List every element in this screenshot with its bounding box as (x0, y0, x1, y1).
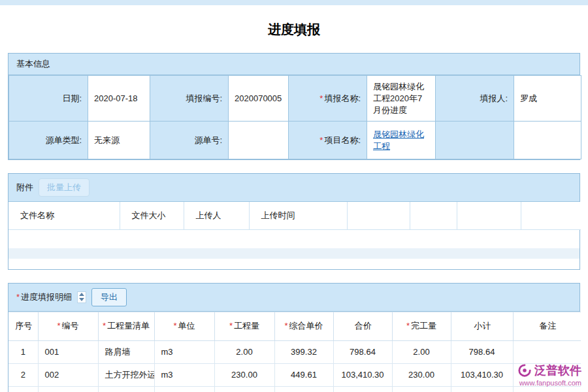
basic-info-row: 日期: 2020-07-18 填报编号: 2020070005 *填报名称: 晟… (9, 76, 581, 122)
table-cell: 103,410.30 (333, 363, 392, 386)
table-cell: 12.00 (392, 386, 451, 392)
attachments-empty-area (8, 230, 580, 269)
source-no-value (229, 122, 289, 159)
basic-info-header: 基本信息 (8, 54, 580, 75)
details-header: *进度填报明细 导出 (8, 284, 580, 312)
column-header: 上传时间 (249, 202, 347, 229)
table-cell: 2 (8, 363, 38, 386)
attachments-section: 附件 批量上传 文件名称 文件大小 上传人 上传时间 (8, 173, 580, 270)
export-button[interactable]: 导出 (91, 288, 127, 306)
column-header (521, 202, 581, 229)
basic-info-section: 基本信息 日期: 2020-07-18 填报编号: 2020070005 *填报… (8, 53, 580, 160)
table-cell: 土方开挖外运 (98, 363, 154, 386)
table-cell: 798.64 (451, 340, 513, 363)
empty-label (436, 122, 514, 159)
column-header: *综合单价 (274, 312, 333, 340)
column-header: 序号 (8, 312, 38, 340)
table-cell (513, 340, 581, 363)
table-cell: 399.32 (274, 340, 333, 363)
column-header: *单位 (154, 312, 214, 340)
page-title: 进度填报 (0, 5, 588, 53)
table-cell: m3 (154, 386, 214, 392)
table-cell: 449.61 (274, 363, 333, 386)
source-type-label: 源单类型: (9, 122, 88, 159)
column-header: 合价 (333, 312, 392, 340)
basic-info-table: 日期: 2020-07-18 填报编号: 2020070005 *填报名称: 晟… (8, 75, 581, 159)
table-cell: 2.00 (214, 340, 274, 363)
attachments-table: 文件名称 文件大小 上传人 上传时间 (8, 202, 581, 230)
reporter-value: 罗成 (514, 76, 581, 122)
table-cell: 3 (8, 386, 38, 392)
table-cell: 15,600.00 (451, 386, 513, 392)
column-header: *工程量 (214, 312, 274, 340)
table-cell (513, 386, 581, 392)
empty-row-stripe (8, 248, 580, 259)
table-cell: 003 (38, 386, 98, 392)
column-header: 上传人 (184, 202, 249, 229)
empty-row (8, 230, 580, 248)
table-cell: 230.00 (214, 363, 274, 386)
report-no-value: 2020070005 (229, 76, 289, 122)
details-section: *进度填报明细 导出 序号 *编号 *工程量清单 *单位 *工程量 *综合单价 … (8, 283, 580, 392)
empty-row (8, 259, 580, 269)
attachments-header-row: 文件名称 文件大小 上传人 上传时间 (8, 202, 581, 229)
attachments-header: 附件 批量上传 (8, 174, 580, 202)
batch-upload-button[interactable]: 批量上传 (39, 178, 90, 197)
table-cell: 15,600.00 (333, 386, 392, 392)
table-cell: 1 (8, 340, 38, 363)
basic-info-row: 源单类型: 无来源 源单号: *项目名称: 晟铭园林绿化工程 (9, 122, 581, 159)
column-header (457, 202, 521, 229)
details-table: 序号 *编号 *工程量清单 *单位 *工程量 *综合单价 合价 *完工量 小计 … (8, 312, 581, 392)
column-header: 小计 (451, 312, 513, 340)
project-name-label: *项目名称: (289, 122, 367, 159)
details-header-row: 序号 *编号 *工程量清单 *单位 *工程量 *综合单价 合价 *完工量 小计 … (8, 312, 581, 340)
empty-value (514, 122, 581, 159)
table-cell: 2.00 (392, 340, 451, 363)
table-row[interactable]: 1 001 路肩墙 m3 2.00 399.32 798.64 2.00 798… (8, 340, 581, 363)
column-header: 文件名称 (8, 202, 120, 229)
table-cell: 路肩墙 (98, 340, 154, 363)
attachments-title: 附件 (16, 182, 33, 193)
column-header: *编号 (38, 312, 98, 340)
stepper-icon[interactable] (77, 291, 86, 303)
date-value: 2020-07-18 (88, 76, 150, 122)
report-name-value: 晟铭园林绿化工程2020年7月份进度 (367, 76, 436, 122)
column-header: *完工量 (392, 312, 451, 340)
table-row[interactable]: 2 002 土方开挖外运 m3 230.00 449.61 103,410.30… (8, 363, 581, 386)
report-name-label: *填报名称: (289, 76, 367, 122)
report-no-label: 填报编号: (150, 76, 229, 122)
source-no-label: 源单号: (150, 122, 229, 159)
source-type-value: 无来源 (88, 122, 150, 159)
table-cell: 12.00 (214, 386, 274, 392)
table-cell (513, 363, 581, 386)
table-cell: 002 (38, 363, 98, 386)
reporter-label: 填报人: (436, 76, 514, 122)
column-header (410, 202, 457, 229)
table-cell: m3 (154, 363, 214, 386)
table-cell: m3 (154, 340, 214, 363)
table-cell: 103,410.30 (451, 363, 513, 386)
table-cell: 798.64 (333, 340, 392, 363)
table-cell: 1,300.00 (274, 386, 333, 392)
details-title: *进度填报明细 (16, 291, 72, 303)
column-header: *工程量清单 (98, 312, 154, 340)
page: 进度填报 基本信息 日期: 2020-07-18 填报编号: 202007000… (0, 0, 588, 392)
column-header (347, 202, 410, 229)
table-cell: 轻质土 (98, 386, 154, 392)
table-cell: 230.00 (392, 363, 451, 386)
date-label: 日期: (9, 76, 88, 122)
column-header: 文件大小 (120, 202, 184, 229)
table-row[interactable]: 3 003 轻质土 m3 12.00 1,300.00 15,600.00 12… (8, 386, 581, 392)
basic-info-title: 基本信息 (16, 58, 50, 70)
top-strip (0, 0, 588, 5)
project-name-link[interactable]: 晟铭园林绿化工程 (373, 129, 424, 151)
table-cell: 001 (38, 340, 98, 363)
project-name-value: 晟铭园林绿化工程 (367, 122, 436, 159)
column-header: 备注 (513, 312, 581, 340)
